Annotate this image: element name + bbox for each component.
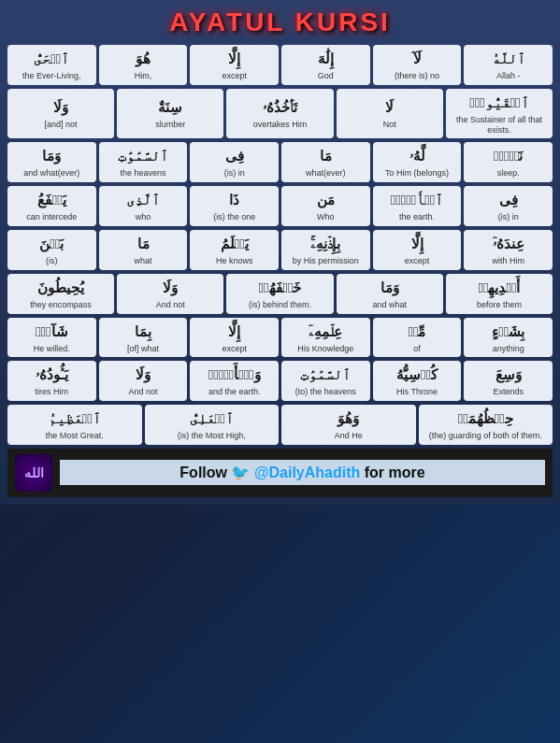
- english-text-2-4: To Him (belongs): [385, 168, 449, 179]
- cell-3-2: ذَا(is) the one: [190, 186, 279, 226]
- cell-4-4: إِلَّاexcept: [373, 230, 462, 270]
- grid-row-2: وَمَاand what(ever)ٱلسَّمَٰوَٰتِthe heav…: [7, 142, 553, 182]
- arabic-text-3-5: فِى: [499, 190, 518, 209]
- cell-1-1: سِنَةٌslumber: [117, 89, 223, 139]
- arabic-text-0-1: هُوَ: [136, 49, 151, 68]
- arabic-text-5-0: يُحِيطُونَ: [37, 278, 84, 297]
- cell-3-0: يَشۡفَعُcan intercede: [7, 186, 96, 226]
- arabic-text-7-4: كُرۡسِيُّهُ: [396, 364, 438, 384]
- arabic-text-5-2: خَلۡفَهُمۡ: [259, 278, 302, 297]
- cell-6-2: إِلَّاexcept: [190, 318, 279, 358]
- follow-label: Follow: [179, 464, 231, 480]
- english-text-2-0: and what(ever): [23, 168, 79, 179]
- arabic-text-8-0: ٱلۡعَظِيمُ: [49, 408, 101, 428]
- cell-7-1: وَلَاAnd not: [99, 361, 188, 401]
- english-text-3-0: can intercede: [26, 212, 77, 222]
- arabic-text-0-3: إِلَٰهَ: [318, 49, 334, 68]
- arabic-text-3-4: ٱلۡأَرۡضِۗ: [391, 190, 443, 209]
- arabic-text-0-2: إِلَّا: [228, 49, 240, 68]
- cell-3-3: مَنWho: [281, 186, 370, 226]
- english-text-6-4: of: [413, 344, 421, 354]
- arabic-text-2-0: وَمَا: [42, 146, 61, 165]
- cell-8-1: ٱلۡعَلِىُّ(is) the Most High,: [145, 405, 280, 445]
- cell-8-2: وَهُوَAnd He: [281, 405, 416, 445]
- arabic-text-2-2: فِى: [225, 146, 244, 165]
- cell-1-3: لَاNot: [337, 89, 443, 139]
- cell-7-4: كُرۡسِيُّهُHis Throne: [373, 361, 462, 401]
- cell-2-3: مَاwhat(ever): [281, 142, 370, 182]
- english-text-0-4: (there is) no: [395, 71, 439, 81]
- cell-3-1: ٱلَّذِىwho: [99, 186, 188, 226]
- cell-4-0: بَيۡنَ(is): [7, 230, 96, 270]
- cell-5-2: خَلۡفَهُمۡ(is) behind them.: [226, 274, 333, 314]
- english-text-3-1: who: [136, 212, 151, 222]
- english-text-4-0: (is): [46, 256, 58, 266]
- english-text-8-1: (is) the Most High,: [178, 431, 246, 441]
- cell-2-4: لَّهُۥTo Him (belongs): [373, 142, 462, 182]
- footer-bar: الله Follow 🐦 @DailyAhadith for more: [7, 449, 553, 497]
- grid-row-4: بَيۡنَ(is)مَاwhatيَعۡلَمُHe knowsبِإِذۡن…: [7, 230, 553, 270]
- english-text-8-2: And He: [335, 431, 363, 441]
- english-text-3-3: Who: [317, 212, 335, 222]
- english-text-1-4: the Sustainer of all that exists.: [448, 115, 551, 136]
- arabic-text-3-0: يَشۡفَعُ: [37, 190, 66, 209]
- english-text-8-3: (the) guarding of both of them.: [429, 431, 542, 441]
- english-text-4-5: with Him: [492, 256, 524, 266]
- grid-row-7: يَـُٔودُهُۥtires HimوَلَاAnd notوَٱلۡأَر…: [7, 361, 553, 401]
- cell-5-3: وَمَاand what: [337, 274, 443, 314]
- arabic-text-4-3: بِإِذۡنِهِۦۚ: [310, 234, 340, 253]
- english-text-6-2: except: [222, 344, 247, 354]
- cell-2-2: فِى(is) in: [190, 142, 279, 182]
- cell-0-3: إِلَٰهَGod: [281, 45, 370, 85]
- cell-6-0: شَآءَۚHe willed.: [7, 318, 96, 358]
- english-text-6-0: He willed.: [34, 344, 70, 354]
- english-text-5-4: before them: [477, 300, 522, 310]
- english-text-6-3: His Knowledge: [297, 344, 353, 354]
- arabic-text-8-3: حِفۡظُهُمَاۚ: [458, 408, 513, 428]
- cell-4-2: يَعۡلَمُHe knows: [190, 230, 279, 270]
- cell-8-3: حِفۡظُهُمَاۚ(the) guarding of both of th…: [419, 405, 553, 445]
- arabic-text-7-0: يَـُٔودُهُۥ: [36, 364, 68, 384]
- cell-2-0: وَمَاand what(ever): [7, 142, 96, 182]
- english-text-7-1: And not: [128, 387, 157, 397]
- grid-row-5: يُحِيطُونَthey encompassوَلَاAnd notخَلۡ…: [7, 274, 553, 314]
- english-text-5-0: they encompass: [30, 300, 92, 310]
- arabic-text-1-1: سِنَةٌ: [158, 97, 182, 117]
- cell-0-4: لَآ(there is) no: [373, 45, 462, 85]
- arabic-text-4-5: عِندَهُۥٓ: [493, 234, 524, 253]
- logo-text: الله: [24, 465, 44, 480]
- cell-3-4: ٱلۡأَرۡضِۗthe earth.: [373, 186, 462, 226]
- cell-5-4: أَيۡدِيهِمۡbefore them: [446, 274, 553, 314]
- cell-7-5: وَسِعَExtends: [464, 361, 553, 401]
- arabic-text-8-2: وَهُوَ: [337, 408, 359, 428]
- english-text-1-2: overtakes Him: [253, 120, 308, 130]
- english-text-4-3: by His permission: [293, 256, 359, 266]
- grid-container: ٱلۡحَىُّthe Ever-Living,هُوَHim,إِلَّاex…: [7, 45, 553, 445]
- english-text-1-3: Not: [383, 120, 396, 130]
- arabic-text-4-2: يَعۡلَمُ: [221, 234, 249, 253]
- cell-4-3: بِإِذۡنِهِۦۚby His permission: [281, 230, 370, 270]
- arabic-text-5-1: وَلَا: [163, 278, 178, 297]
- english-text-0-2: except: [222, 71, 247, 81]
- cell-7-0: يَـُٔودُهُۥtires Him: [7, 361, 96, 401]
- cell-7-3: ٱلسَّمَٰوَٰتِ(to) the heavens: [281, 361, 370, 401]
- cell-6-1: بِمَا[of] what: [99, 318, 188, 358]
- cell-1-2: تَأۡخُذُهُۥovertakes Him: [226, 89, 333, 139]
- english-text-4-1: what: [135, 256, 152, 266]
- english-text-2-3: what(ever): [306, 168, 346, 179]
- arabic-text-6-1: بِمَا: [135, 321, 151, 341]
- grid-row-6: شَآءَۚHe willed.بِمَا[of] whatإِلَّاexce…: [7, 318, 553, 358]
- grid-row-1: وَلَا[and] notسِنَةٌslumberتَأۡخُذُهُۥov…: [7, 89, 553, 139]
- arabic-text-2-3: مَا: [320, 146, 332, 165]
- cell-3-5: فِى(is) in: [464, 186, 553, 226]
- cell-1-4: ٱلۡقَيُّومُۚthe Sustainer of all that ex…: [446, 89, 553, 139]
- arabic-text-6-5: بِشَيۡءٍ: [492, 321, 524, 341]
- english-text-7-4: His Throne: [396, 387, 438, 397]
- arabic-text-0-4: لَآ: [413, 49, 422, 68]
- english-text-3-4: the earth.: [399, 212, 435, 222]
- arabic-text-6-2: إِلَّا: [228, 321, 240, 341]
- arabic-text-2-1: ٱلسَّمَٰوَٰتِ: [118, 146, 168, 165]
- cell-6-3: عِلۡمِهِۦٓHis Knowledge: [281, 318, 370, 358]
- cell-6-4: مِّنۡof: [373, 318, 462, 358]
- arabic-text-1-3: لَا: [385, 97, 394, 117]
